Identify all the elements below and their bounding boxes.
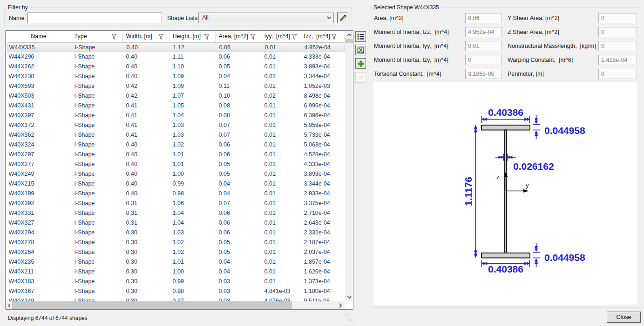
svg-text:0.044958: 0.044958 xyxy=(544,252,585,263)
svg-text:z: z xyxy=(496,173,500,180)
svg-text:0.40386: 0.40386 xyxy=(488,107,523,118)
svg-text:1.1176: 1.1176 xyxy=(463,177,474,206)
svg-text:0.026162: 0.026162 xyxy=(513,161,554,172)
svg-text:y: y xyxy=(526,182,529,189)
svg-text:0.044958: 0.044958 xyxy=(544,125,585,136)
svg-text:0.40386: 0.40386 xyxy=(488,264,523,274)
